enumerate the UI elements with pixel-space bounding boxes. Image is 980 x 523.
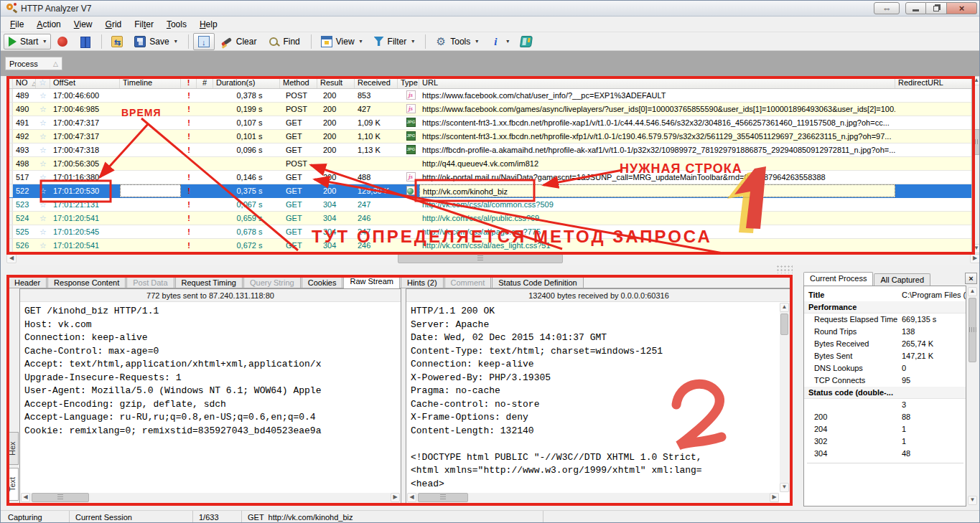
property-row[interactable]: 30448: [804, 448, 966, 460]
start-button[interactable]: Start▾: [4, 34, 51, 50]
help-button[interactable]: [515, 33, 537, 50]
capture-options-button[interactable]: ⇆: [106, 33, 128, 50]
group-by-process-button[interactable]: Process △: [5, 57, 62, 70]
table-row[interactable]: 526☆17:01:20:541!0,672 sGET304246http://…: [7, 239, 972, 253]
tab-cookies[interactable]: Cookies: [302, 276, 343, 288]
table-row[interactable]: 498☆17:00:56:305POSThttp://q44.queuev4.v…: [7, 157, 972, 171]
property-row[interactable]: Requests Elapsed Time669,135 s: [804, 314, 966, 326]
scroll-up-arrow-icon[interactable]: ▲: [968, 287, 977, 296]
restore-button[interactable]: [926, 2, 947, 14]
property-row[interactable]: TCP Connects95: [804, 374, 966, 387]
column-header-Result[interactable]: Result: [317, 77, 355, 88]
tab-current-process[interactable]: Current Process: [803, 272, 873, 286]
panel-close-button[interactable]: ×: [965, 273, 977, 284]
export-button[interactable]: ↓: [193, 33, 215, 50]
menu-item-file[interactable]: File: [4, 17, 30, 32]
close-button[interactable]: ×: [947, 2, 977, 14]
menu-item-tools[interactable]: Tools: [160, 17, 193, 32]
menu-item-view[interactable]: View: [67, 17, 99, 32]
response-vertical-scrollbar[interactable]: ▲ ▼: [780, 303, 790, 492]
table-row[interactable]: 524☆17:01:20:541!0,659 sGET304246http://…: [7, 212, 972, 225]
tab-header[interactable]: Header: [8, 276, 47, 288]
tab-request-timing[interactable]: Request Timing: [175, 276, 243, 288]
pause-button[interactable]: [74, 33, 95, 50]
tab-hex[interactable]: Hex: [7, 432, 19, 465]
grid-scroll-thumb[interactable]: [973, 129, 980, 155]
filter-button[interactable]: Filter▾: [369, 34, 420, 50]
table-row[interactable]: 522☆17:01:20:530!0,375 sGET200129,30 Kht…: [7, 184, 972, 198]
column-header-URL[interactable]: URL: [419, 77, 895, 88]
column-header-#[interactable]: #: [197, 77, 213, 88]
scroll-left-arrow-icon[interactable]: ◀: [21, 493, 30, 502]
property-section[interactable]: Performance: [804, 301, 966, 314]
panel-vertical-scrollbar[interactable]: ▲ ▼: [968, 287, 978, 505]
menu-item-help[interactable]: Help: [193, 17, 224, 32]
scroll-left-arrow-icon[interactable]: ◀: [6, 254, 17, 263]
tab-text[interactable]: Text: [7, 468, 19, 501]
minimize-button[interactable]: [905, 2, 926, 14]
tools-button[interactable]: ⚙Tools▾: [430, 33, 483, 50]
menu-item-filter[interactable]: Filter: [128, 17, 160, 32]
request-horizontal-scrollbar[interactable]: ◀ ▶: [21, 493, 400, 504]
table-row[interactable]: 489☆17:00:46:600!0,378 sPOST200853jshttp…: [7, 89, 972, 103]
column-header-Duration(s)[interactable]: Duration(s): [213, 77, 280, 88]
property-row[interactable]: 3021: [804, 435, 966, 448]
property-row[interactable]: Round Trips138: [804, 326, 966, 338]
column-header-Method[interactable]: Method: [280, 77, 317, 88]
horizontal-splitter[interactable]: [1, 265, 776, 273]
column-header-OffSet[interactable]: OffSet: [50, 77, 120, 88]
column-header-![interactable]: !: [181, 77, 197, 88]
tab-hints-2-[interactable]: Hints (2): [401, 276, 444, 288]
column-header-Type[interactable]: Type: [398, 77, 419, 88]
column-header-NO[interactable]: NO△: [13, 77, 36, 88]
property-row[interactable]: 2041: [804, 423, 966, 435]
table-row[interactable]: 492☆17:00:47:317!0,101 sGET2001,10 KJPGh…: [7, 130, 972, 143]
scroll-down-arrow-icon[interactable]: ▼: [780, 483, 789, 492]
arrange-window-button[interactable]: ⇔: [874, 2, 900, 14]
property-row[interactable]: Bytes Sent147,21 K: [804, 350, 966, 362]
scroll-right-arrow-icon[interactable]: ▶: [770, 493, 779, 502]
tab-status-code-definition[interactable]: Status Code Definition: [492, 276, 583, 288]
scroll-up-arrow-icon[interactable]: ▲: [972, 76, 980, 85]
grid-hscroll-thumb[interactable]: [398, 254, 563, 263]
grid-vertical-scrollbar[interactable]: ▲ ▼: [972, 76, 980, 253]
column-header-Received[interactable]: Received: [355, 77, 398, 88]
response-hscroll-thumb[interactable]: [418, 493, 468, 502]
scroll-right-arrow-icon[interactable]: ▶: [391, 493, 400, 502]
property-row[interactable]: 20088: [804, 411, 966, 423]
tab-response-content[interactable]: Response Content: [47, 276, 126, 288]
property-row[interactable]: Bytes Received265,74 K: [804, 338, 966, 350]
info-button[interactable]: i▾: [485, 33, 514, 50]
table-row[interactable]: 517☆17:01:16:380!0,146 sGET200488jshttp:…: [7, 171, 972, 184]
property-row[interactable]: TitleC:\Program Files (: [804, 289, 966, 301]
column-header-RedirectURL[interactable]: RedirectURL: [895, 77, 972, 88]
save-button[interactable]: Save▾: [129, 33, 182, 50]
table-row[interactable]: 491☆17:00:47:317!0,107 sGET2001,09 KJPGh…: [7, 116, 972, 130]
table-row[interactable]: 490☆17:00:46:985!0,199 sPOST200427jshttp…: [7, 103, 972, 116]
table-row[interactable]: 493☆17:00:47:318!0,096 sGET2001,13 KJPGh…: [7, 143, 972, 157]
request-hscroll-thumb[interactable]: [32, 493, 89, 502]
clear-button[interactable]: Clear: [216, 33, 262, 50]
scroll-right-arrow-icon[interactable]: ▶: [970, 254, 980, 263]
column-header-star[interactable]: ☆: [36, 77, 50, 88]
property-row[interactable]: DNS Lookups0: [804, 362, 966, 374]
grid-horizontal-scrollbar[interactable]: ◀ ▶: [6, 253, 980, 265]
response-horizontal-scrollbar[interactable]: ◀ ▶: [407, 493, 779, 504]
menu-item-action[interactable]: Action: [30, 17, 67, 32]
view-button[interactable]: View▾: [316, 33, 368, 50]
response-vscroll-thumb[interactable]: [780, 314, 788, 335]
scroll-down-arrow-icon[interactable]: ▼: [968, 496, 977, 505]
tab-all-captured[interactable]: All Captured: [874, 273, 930, 286]
record-button[interactable]: [52, 34, 73, 50]
scroll-left-arrow-icon[interactable]: ◀: [407, 493, 416, 502]
column-header-Timeline[interactable]: Timeline: [120, 77, 181, 88]
tab-raw-stream[interactable]: Raw Stream: [343, 275, 400, 288]
find-button[interactable]: Find: [263, 33, 304, 50]
table-row[interactable]: 523☆17:01:21:131!0,067 sGET304247http://…: [7, 198, 972, 212]
property-row[interactable]: 3: [804, 399, 966, 411]
raw-request-text[interactable]: GET /kinohd_biz HTTP/1.1 Host: vk.com Co…: [24, 305, 399, 491]
raw-response-text[interactable]: HTTP/1.1 200 OK Server: Apache Date: Wed…: [411, 305, 777, 491]
menu-item-grid[interactable]: Grid: [99, 17, 129, 32]
panel-vscroll-thumb[interactable]: [969, 298, 976, 362]
table-row[interactable]: 525☆17:01:20:545!0,678 sGET304247http://…: [7, 225, 972, 239]
